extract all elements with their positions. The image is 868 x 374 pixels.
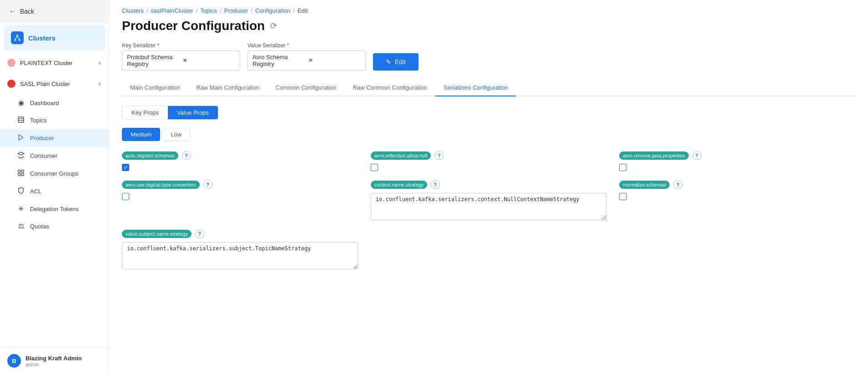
value-required-mark: *	[287, 42, 289, 49]
context-name-strategy-input[interactable]: io.confluent.kafka.serializers.context.N…	[371, 193, 607, 220]
cluster-dot-sasl	[7, 80, 15, 88]
back-label: Back	[20, 8, 34, 15]
nav-label-quotas: Quotas	[30, 223, 49, 230]
sidebar: ← Back Clusters PLAINTEXT Cluster ∧ SASL…	[0, 0, 109, 374]
sidebar-item-consumer[interactable]: Consumer	[0, 147, 109, 165]
nav-label-topics: Topics	[30, 117, 47, 124]
nav-label-acl: ACL	[30, 188, 41, 195]
tab-serializers-config[interactable]: Serializers Configuration	[435, 80, 516, 96]
topics-icon	[16, 116, 25, 125]
sasl-nav: ◉ Dashboard Topics Producer	[0, 92, 109, 237]
refresh-icon[interactable]: ⟳	[270, 21, 277, 31]
auto-register-schemas-help-icon[interactable]: ?	[182, 151, 191, 160]
cluster-sasl-header[interactable]: SASL Plain Cluster ∨	[0, 75, 109, 92]
key-serializer-input[interactable]: Protobuf Schema Registry ×	[122, 51, 240, 71]
tab-raw-common-config[interactable]: Raw Common Configuration	[345, 80, 435, 96]
config-avro-reflection-tag: avro.reflection.allow.null	[371, 152, 431, 160]
sub-tabs: Key Props Value Props	[122, 106, 218, 120]
breadcrumb-sasl[interactable]: saslPlainCluster	[151, 7, 193, 14]
avatar: B	[7, 354, 21, 368]
svg-point-2	[19, 39, 20, 40]
key-serializer-field: Key Serializer * Protobuf Schema Registr…	[122, 42, 240, 71]
config-context-name-tag: context.name.strategy	[371, 181, 427, 189]
priority-medium-button[interactable]: Medium	[122, 128, 160, 141]
nav-label-delegation-tokens: Delegation Tokens	[30, 206, 79, 212]
config-auto-register-schemas: auto.register.schemas ?	[122, 151, 358, 171]
nav-label-consumer: Consumer	[30, 152, 57, 159]
tab-common-config[interactable]: Common Configuration	[267, 80, 345, 96]
avro-use-logical-checkbox[interactable]	[122, 193, 129, 200]
config-avro-remove-java-tag: avro.remove.java.properties	[619, 152, 688, 160]
chevron-up-icon: ∧	[98, 60, 101, 66]
config-avro-remove-java-properties: avro.remove.java.properties ?	[619, 151, 855, 171]
config-grid: auto.register.schemas ? avro.reflection.…	[122, 151, 855, 269]
value-subject-name-strategy-input[interactable]: io.confluent.kafka.serializers.subject.T…	[122, 242, 358, 269]
key-required-mark: *	[157, 42, 159, 49]
cluster-plaintext-name: PLAINTEXT Cluster	[20, 60, 93, 66]
svg-marker-8	[19, 135, 23, 140]
config-avro-use-logical-header: avro.use.logical.type.converters ?	[122, 180, 358, 189]
sidebar-item-consumer-groups[interactable]: Consumer Groups	[0, 165, 109, 182]
sub-tab-key-props[interactable]: Key Props	[122, 106, 168, 119]
sidebar-item-topics[interactable]: Topics	[0, 111, 109, 129]
avro-reflection-checkbox[interactable]	[371, 164, 378, 171]
sidebar-item-producer[interactable]: Producer	[0, 129, 109, 147]
cluster-sasl-name: SASL Plain Cluster	[20, 81, 93, 87]
page-title: Producer Configuration	[122, 19, 265, 33]
priority-low-button[interactable]: Low	[162, 128, 190, 141]
config-avro-reflection-header: avro.reflection.allow.null ?	[371, 151, 607, 160]
avro-remove-java-checkbox[interactable]	[619, 164, 626, 171]
tab-main-config[interactable]: Main Configuration	[122, 80, 188, 96]
dashboard-icon: ◉	[16, 99, 25, 107]
sidebar-item-quotas[interactable]: ⚖ Quotas	[0, 217, 109, 235]
cluster-group-sasl: SASL Plain Cluster ∨ ◉ Dashboard Topics	[0, 75, 109, 237]
value-subject-help-icon[interactable]: ?	[195, 229, 204, 238]
svg-rect-5	[18, 117, 24, 122]
config-avro-reflection-allow-null: avro.reflection.allow.null ?	[371, 151, 607, 171]
value-serializer-value: Avro Schema Registry	[252, 54, 305, 67]
sidebar-footer: B Blazing Kraft Admin admin	[0, 347, 109, 374]
avro-use-logical-help-icon[interactable]: ?	[203, 180, 212, 189]
avro-reflection-help-icon[interactable]: ?	[434, 151, 444, 160]
edit-button-label: Edit	[395, 58, 406, 66]
pencil-icon: ✎	[386, 58, 391, 66]
config-context-name-header: context.name.strategy ?	[371, 180, 607, 189]
config-context-name-strategy: context.name.strategy ? io.confluent.kaf…	[371, 180, 607, 220]
normalize-schemas-checkbox[interactable]	[619, 193, 626, 200]
breadcrumb-clusters[interactable]: Clusters	[122, 7, 144, 14]
clusters-label: Clusters	[28, 34, 56, 42]
cluster-plaintext-header[interactable]: PLAINTEXT Cluster ∧	[0, 54, 109, 71]
config-normalize-schemas: normalize.schemas ?	[619, 180, 855, 220]
config-avro-use-logical: avro.use.logical.type.converters ?	[122, 180, 358, 220]
config-avro-use-logical-tag: avro.use.logical.type.converters	[122, 181, 200, 189]
auto-register-schemas-checkbox[interactable]	[122, 164, 129, 171]
sidebar-item-clusters[interactable]: Clusters	[4, 25, 105, 51]
config-auto-register-schemas-tag: auto.register.schemas	[122, 152, 178, 160]
context-name-help-icon[interactable]: ?	[431, 180, 440, 189]
normalize-schemas-help-icon[interactable]: ?	[673, 180, 682, 189]
avatar-letter: B	[12, 358, 16, 364]
consumer-icon	[16, 152, 25, 160]
avro-remove-java-help-icon[interactable]: ?	[692, 151, 701, 160]
value-clear-icon[interactable]: ×	[308, 56, 361, 65]
tab-raw-main-config[interactable]: Raw Main Configuration	[188, 80, 267, 96]
edit-button[interactable]: ✎ Edit	[373, 53, 419, 71]
value-serializer-input[interactable]: Avro Schema Registry ×	[247, 51, 366, 71]
main-content: Clusters / saslPlainCluster / Topics / P…	[109, 0, 868, 374]
nav-label-consumer-groups: Consumer Groups	[30, 170, 78, 177]
sidebar-item-dashboard[interactable]: ◉ Dashboard	[0, 94, 109, 111]
sub-tab-value-props[interactable]: Value Props	[168, 106, 218, 119]
key-clear-icon[interactable]: ×	[183, 56, 235, 65]
breadcrumb: Clusters / saslPlainCluster / Topics / P…	[122, 7, 855, 14]
breadcrumb-edit: Edit	[298, 7, 308, 14]
config-avro-remove-java-header: avro.remove.java.properties ?	[619, 151, 855, 160]
breadcrumb-producer[interactable]: Producer	[224, 7, 248, 14]
breadcrumb-topics[interactable]: Topics	[200, 7, 217, 14]
serializer-row: Key Serializer * Protobuf Schema Registr…	[122, 42, 855, 71]
breadcrumb-configuration[interactable]: Configuration	[255, 7, 290, 14]
sidebar-item-acl[interactable]: ACL	[0, 182, 109, 200]
back-button[interactable]: ← Back	[0, 0, 109, 23]
acl-icon	[16, 187, 25, 196]
sidebar-item-delegation-tokens[interactable]: ✳ Delegation Tokens	[0, 200, 109, 217]
config-value-subject-tag: value.subject.name.strategy	[122, 230, 192, 238]
